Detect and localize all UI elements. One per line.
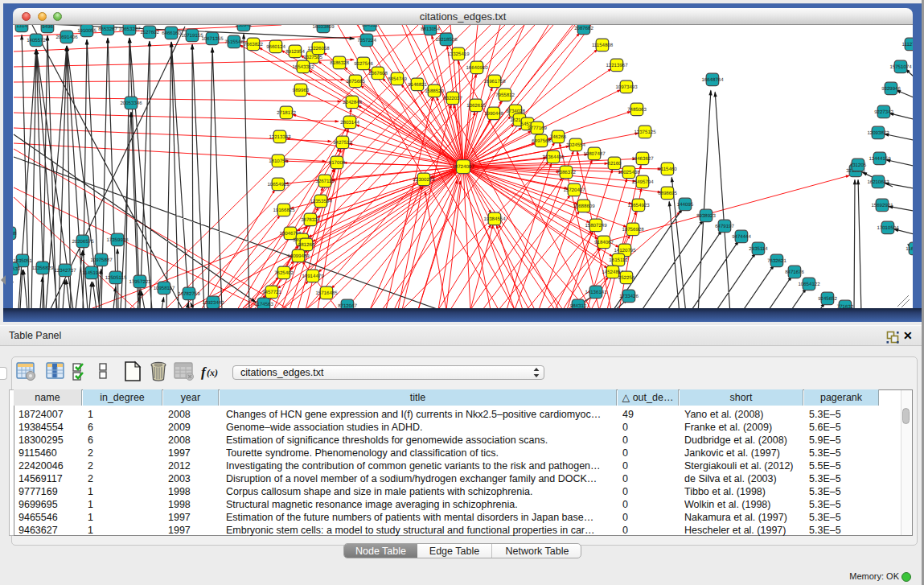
svg-text:9327546: 9327546 (354, 61, 373, 67)
svg-text:1405572: 1405572 (27, 38, 46, 43)
svg-text:1362615: 1362615 (466, 103, 486, 109)
svg-text:19463627: 19463627 (631, 156, 654, 162)
svg-text:11356829: 11356829 (32, 266, 54, 271)
svg-text:13325419: 13325419 (447, 51, 470, 57)
svg-text:252254: 252254 (618, 275, 635, 281)
svg-text:14099489: 14099489 (287, 253, 310, 259)
svg-text:13226058: 13226058 (307, 46, 330, 51)
svg-text:1588520: 1588520 (425, 89, 444, 94)
svg-text:15720407: 15720407 (563, 187, 585, 193)
svg-text:12213343: 12213343 (269, 134, 291, 140)
svg-text:984313: 984313 (570, 303, 587, 308)
svg-text:10654122: 10654122 (798, 282, 820, 287)
svg-text:1314: 1314 (16, 25, 27, 29)
svg-text:3875685: 3875685 (346, 79, 365, 84)
svg-text:1527602: 1527602 (140, 30, 159, 35)
svg-text:8813054: 8813054 (421, 27, 440, 32)
svg-text:15751074: 15751074 (889, 64, 912, 70)
svg-text:8653287: 8653287 (98, 27, 117, 32)
svg-text:12093872: 12093872 (867, 130, 889, 136)
svg-text:2367608: 2367608 (368, 71, 388, 76)
svg-text:13654923: 13654923 (627, 203, 650, 208)
svg-text:17010504: 17010504 (877, 225, 899, 231)
svg-text:7485063: 7485063 (627, 107, 647, 113)
svg-text:9115460: 9115460 (658, 167, 677, 172)
svg-text:7357224: 7357224 (357, 38, 376, 43)
svg-text:14914479: 14914479 (302, 274, 324, 279)
svg-text:19166825: 19166825 (273, 208, 295, 213)
svg-text:9146821: 9146821 (408, 82, 427, 88)
svg-text:2242848: 2242848 (343, 100, 362, 105)
svg-text:1810755: 1810755 (269, 159, 288, 164)
svg-text:8912954: 8912954 (285, 49, 305, 55)
svg-text:9174563: 9174563 (254, 302, 273, 307)
svg-text:16961758: 16961758 (483, 79, 506, 84)
svg-text:731205: 731205 (850, 163, 867, 168)
svg-text:10719155: 10719155 (181, 33, 203, 39)
svg-text:1910055: 1910055 (77, 28, 97, 34)
svg-text:9777169: 9777169 (528, 126, 547, 131)
svg-text:391539: 391539 (13, 266, 21, 272)
svg-text:(x): (x) (207, 367, 218, 378)
svg-text:10653287: 10653287 (118, 27, 141, 32)
svg-text:16640910: 16640910 (466, 65, 488, 71)
svg-text:746266: 746266 (550, 134, 567, 140)
svg-text:14120795: 14120795 (614, 248, 636, 253)
svg-text:11154808: 11154808 (592, 43, 614, 48)
svg-text:15807249: 15807249 (585, 223, 607, 229)
svg-text:12353594: 12353594 (310, 199, 332, 204)
svg-text:20691406: 20691406 (55, 35, 78, 40)
svg-text:16210643: 16210643 (867, 179, 889, 185)
svg-text:7955812: 7955812 (495, 93, 515, 98)
svg-text:15495794: 15495794 (631, 179, 654, 185)
svg-text:7515546: 7515546 (224, 39, 244, 45)
svg-text:20206575: 20206575 (72, 239, 94, 245)
svg-text:6479197: 6479197 (715, 224, 734, 229)
svg-text:6497568: 6497568 (532, 138, 551, 144)
svg-text:1167533: 1167533 (906, 246, 913, 252)
svg-text:8454749: 8454749 (388, 76, 407, 82)
svg-text:989963: 989963 (293, 88, 310, 93)
svg-text:12342737: 12342737 (54, 268, 76, 274)
svg-text:10671355: 10671355 (201, 36, 224, 42)
svg-text:12444159: 12444159 (869, 156, 891, 162)
svg-text:15692921: 15692921 (871, 203, 893, 208)
svg-text:10975887: 10975887 (90, 257, 113, 263)
svg-text:3678334: 3678334 (301, 217, 320, 223)
svg-text:12213967: 12213967 (606, 63, 628, 68)
svg-text:8322037: 8322037 (443, 96, 462, 101)
svg-text:9427512: 9427512 (333, 140, 352, 146)
svg-text:10973493: 10973493 (615, 84, 638, 90)
svg-text:3024554: 3024554 (566, 142, 585, 148)
svg-text:2087682: 2087682 (574, 26, 593, 31)
svg-text:9184067: 9184067 (594, 240, 614, 245)
svg-text:2803144: 2803144 (340, 120, 359, 126)
svg-text:17359936: 17359936 (106, 237, 129, 243)
svg-text:8712047: 8712047 (338, 303, 357, 308)
svg-text:884311: 884311 (362, 25, 378, 28)
svg-text:9227342: 9227342 (874, 109, 893, 115)
svg-text:9474444: 9474444 (732, 234, 751, 240)
svg-text:981264: 981264 (298, 242, 315, 248)
svg-text:12505115: 12505115 (105, 275, 127, 281)
svg-text:9660124: 9660124 (266, 44, 285, 50)
svg-text:17957223: 17957223 (129, 279, 151, 285)
svg-text:230941: 230941 (236, 25, 253, 28)
svg-text:7625402: 7625402 (274, 270, 294, 276)
svg-text:1990448: 1990448 (484, 111, 503, 117)
svg-text:1112795: 1112795 (902, 42, 913, 47)
svg-text:16648764: 16648764 (701, 77, 724, 83)
svg-text:2718172: 2718172 (277, 110, 296, 116)
svg-text:62160: 62160 (608, 161, 622, 167)
svg-text:817004: 817004 (329, 160, 346, 166)
svg-text:19384554: 19384554 (483, 216, 506, 222)
svg-text:6898695: 6898695 (658, 191, 677, 196)
svg-text:16543362: 16543362 (292, 64, 314, 70)
svg-text:23300273: 23300273 (413, 177, 435, 183)
svg-text:9496: 9496 (42, 25, 53, 30)
svg-text:21364436: 21364436 (542, 154, 565, 160)
svg-text:10807487: 10807487 (583, 151, 606, 157)
svg-text:10654923: 10654923 (267, 182, 290, 187)
svg-text:2935114: 2935114 (749, 246, 768, 252)
svg-text:16782759: 16782759 (178, 291, 200, 297)
